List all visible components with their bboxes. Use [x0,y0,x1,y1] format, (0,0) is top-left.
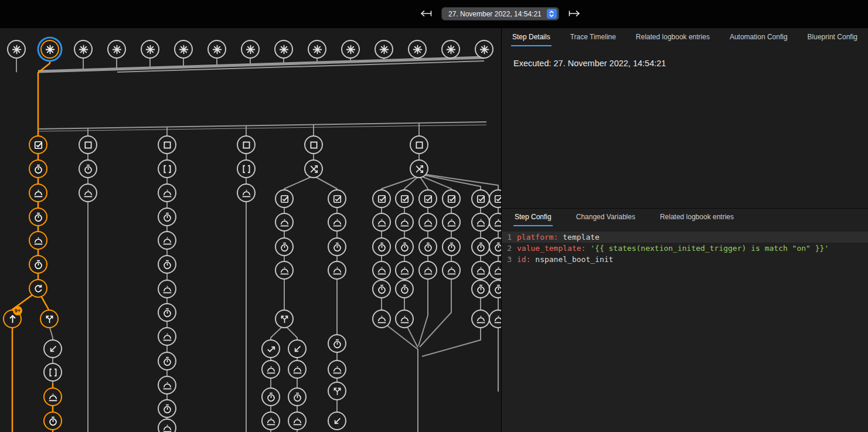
service-node[interactable] [372,261,391,280]
condition-node[interactable] [275,189,294,208]
timer-node[interactable] [395,280,414,298]
tab-step-details[interactable]: Step Details [511,28,552,46]
timer-node[interactable] [158,352,176,370]
service-node[interactable] [158,327,176,346]
previous-run-button[interactable] [420,9,433,19]
timer-node[interactable] [158,255,176,274]
condition-node[interactable] [442,189,461,208]
service-node[interactable] [158,231,176,250]
brackets-node[interactable] [237,159,256,178]
split-node[interactable] [275,309,294,328]
tab-automation-config[interactable]: Automation Config [729,28,789,46]
trigger-node[interactable] [475,40,493,59]
service-node[interactable] [288,411,307,430]
tab-blueprint-config[interactable]: Blueprint Config [806,28,859,46]
timer-node[interactable] [442,237,461,256]
service-node[interactable] [29,183,47,202]
split-node[interactable] [40,309,59,328]
timer-node[interactable] [372,280,391,298]
timer-node[interactable] [29,159,47,178]
service-node[interactable] [418,213,437,232]
trigger-node[interactable] [241,40,260,59]
tab-changed-variables[interactable]: Changed Variables [575,209,636,226]
trigger-node[interactable] [40,40,59,59]
service-node[interactable] [395,309,414,328]
timer-node[interactable] [79,159,97,178]
service-node[interactable] [158,280,176,298]
trigger-node[interactable] [341,40,360,59]
service-node[interactable] [442,213,461,232]
trigger-node[interactable] [441,40,460,59]
trigger-node[interactable] [207,40,226,59]
tab-step-config[interactable]: Step Config [513,209,553,226]
timer-node[interactable] [29,208,47,226]
square-node[interactable] [79,135,97,154]
trigger-node[interactable] [107,40,126,59]
service-node[interactable] [237,183,256,202]
timer-node[interactable] [288,387,307,406]
check-arrow-node[interactable] [261,339,280,358]
timer-node[interactable] [158,399,176,418]
arrow-down-left-node[interactable] [328,411,346,430]
timer-node[interactable] [158,208,176,226]
trigger-node[interactable] [375,40,393,59]
service-node[interactable] [418,261,437,280]
timer-node[interactable] [372,237,391,256]
service-node[interactable] [328,261,346,280]
square-node[interactable] [237,135,256,154]
condition-node[interactable] [395,189,414,208]
service-node[interactable] [471,261,490,280]
timer-node[interactable] [158,303,176,322]
timer-node[interactable] [395,237,414,256]
condition-node[interactable] [418,189,437,208]
condition-node[interactable] [29,135,47,154]
service-node[interactable] [471,213,490,232]
timer-node[interactable] [29,255,47,274]
service-node[interactable] [29,231,47,250]
trigger-node[interactable] [308,40,326,59]
timer-node[interactable] [328,237,346,256]
service-node[interactable] [275,261,294,280]
service-node[interactable] [328,360,346,379]
service-node[interactable] [43,387,62,406]
condition-node[interactable] [471,189,490,208]
timer-node[interactable] [43,411,62,430]
arrow-down-left-node[interactable] [43,339,62,358]
parallel-node[interactable] [304,159,323,178]
tab-related-logbook-entries[interactable]: Related logbook entries [635,28,711,46]
brackets-node[interactable] [43,363,62,382]
service-node[interactable] [395,213,414,232]
timer-node[interactable] [328,334,346,353]
service-node[interactable] [288,360,307,379]
service-node[interactable] [372,309,391,328]
run-select-dropdown[interactable]: 27. November 2022, 14:54:21 [441,7,559,21]
square-node[interactable] [158,135,176,154]
timer-node[interactable] [471,280,490,298]
trigger-node[interactable] [7,40,26,59]
trigger-node[interactable] [174,40,193,59]
timer-node[interactable] [471,237,490,256]
condition-node[interactable] [328,189,346,208]
tab-related-logbook-entries[interactable]: Related logbook entries [659,209,735,226]
next-run-button[interactable] [568,9,581,19]
service-node[interactable] [395,261,414,280]
service-node[interactable] [328,213,346,232]
service-node[interactable] [442,261,461,280]
square-node[interactable] [304,135,323,154]
service-node[interactable] [158,376,176,394]
timer-node[interactable] [261,387,280,406]
split-node[interactable] [328,382,346,400]
square-node[interactable] [410,135,428,154]
brackets-node[interactable] [158,159,176,178]
timer-node[interactable] [418,237,437,256]
service-node[interactable] [158,183,176,202]
service-node[interactable] [79,183,97,202]
trigger-node[interactable] [274,40,293,59]
parallel-node[interactable] [410,159,428,178]
timer-node[interactable] [275,237,294,256]
service-node[interactable] [372,213,391,232]
service-node[interactable] [261,411,280,430]
service-node[interactable] [261,360,280,379]
service-node[interactable] [471,309,490,328]
repeat-node[interactable] [29,279,47,298]
